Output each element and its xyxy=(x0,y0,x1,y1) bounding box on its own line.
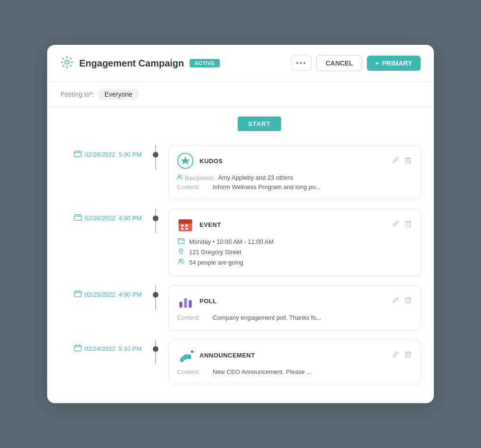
item-actions xyxy=(391,219,413,230)
svg-rect-7 xyxy=(406,158,411,163)
event-detail-value: Monday • 10:00 AM - 11:00 AM xyxy=(189,238,274,245)
timeline-row: 02/25/2022 4:00 PM POLL Content: Company… xyxy=(47,285,434,330)
timeline-line xyxy=(155,285,156,310)
svg-rect-34 xyxy=(74,291,81,297)
svg-rect-46 xyxy=(74,345,81,351)
item-title: POLL xyxy=(199,298,385,305)
main-card: Engagement Campaign ActivE ••• CANCEL + … xyxy=(47,45,434,403)
timeline-row: 02/26/2022 5:00 PM KUDOS Recipients: Amy… xyxy=(47,145,434,199)
date-value: 02/24/2022 xyxy=(85,345,116,352)
detail-value: New CEO Announcement. Please ... xyxy=(213,368,312,375)
announcement-icon xyxy=(177,347,194,364)
item-actions xyxy=(391,350,413,361)
item-detail: Content: Inform Wellness Program and lon… xyxy=(177,183,413,191)
svg-rect-29 xyxy=(178,239,184,244)
item-title: ANNOUNCEMENT xyxy=(199,352,385,359)
svg-rect-40 xyxy=(189,300,191,307)
header: Engagement Campaign ActivE ••• CANCEL + … xyxy=(47,45,434,82)
edit-button[interactable] xyxy=(391,350,400,361)
svg-point-33 xyxy=(182,259,183,261)
svg-rect-38 xyxy=(179,302,182,308)
location-icon xyxy=(177,248,185,256)
svg-rect-24 xyxy=(406,222,411,226)
timeline-dot xyxy=(153,346,158,352)
item-detail: Recipients: Amy Appleby and 23 others xyxy=(177,174,413,182)
gear-icon xyxy=(60,56,74,71)
item-card-header: EVENT xyxy=(177,216,413,233)
svg-point-31 xyxy=(180,249,182,251)
svg-rect-19 xyxy=(179,219,192,224)
date-value: 02/26/2022 xyxy=(85,215,116,222)
event-detail-value: 121 Gregory Street xyxy=(189,249,241,256)
card-column: EVENT Monday • 10:00 AM - 11:00 AM 121 G… xyxy=(160,209,434,276)
more-options-button[interactable]: ••• xyxy=(291,56,312,71)
svg-point-13 xyxy=(181,175,182,177)
detail-label: Content: xyxy=(177,183,210,191)
dot-column xyxy=(151,145,160,158)
start-button[interactable]: START xyxy=(238,116,281,131)
item-card-announcement: ANNOUNCEMENT Content: New CEO Announceme… xyxy=(169,340,421,384)
svg-rect-14 xyxy=(74,215,81,220)
cancel-button[interactable]: CANCEL xyxy=(316,55,362,71)
item-title: EVENT xyxy=(199,221,385,228)
delete-button[interactable] xyxy=(404,156,413,166)
timeline-area: START 02/26/2022 5:00 PM KUDOS R xyxy=(47,107,434,403)
time-column: 02/26/2022 4:00 PM xyxy=(47,209,151,223)
primary-button[interactable]: + PRIMARY xyxy=(367,56,421,71)
date-value: 02/26/2022 xyxy=(85,151,116,158)
edit-button[interactable] xyxy=(391,156,400,166)
detail-label: Recipients: xyxy=(177,174,215,182)
edit-button[interactable] xyxy=(391,296,400,307)
calendar-icon xyxy=(74,150,82,159)
timeline-row: 02/24/2022 5:10 PM ANNOUNCEMENT Content:… xyxy=(47,340,434,384)
event-detail-row: Monday • 10:00 AM - 11:00 AM xyxy=(177,238,413,246)
item-card-kudos: KUDOS Recipients: Amy Appleby and 23 oth… xyxy=(169,145,421,199)
svg-rect-41 xyxy=(406,299,411,303)
header-actions: ••• CANCEL + PRIMARY xyxy=(291,55,421,71)
time-value: 4:00 PM xyxy=(119,291,141,298)
recipients-icon xyxy=(177,174,183,182)
dot-column xyxy=(151,209,160,221)
time-column: 02/25/2022 4:00 PM xyxy=(47,285,151,299)
timeline-line xyxy=(155,145,156,170)
svg-rect-51 xyxy=(180,358,183,362)
time-value: 5:00 PM xyxy=(119,151,141,158)
card-column: KUDOS Recipients: Amy Appleby and 23 oth… xyxy=(160,145,434,199)
item-detail: Content: Company engagement poll. Thanks… xyxy=(177,314,413,321)
page-title: Engagement Campaign xyxy=(79,58,184,69)
time-column: 02/24/2022 5:10 PM xyxy=(47,340,151,353)
item-title: KUDOS xyxy=(199,158,385,165)
posting-row: Posting to*: Everyone xyxy=(47,82,434,107)
posting-chip[interactable]: Everyone xyxy=(98,89,139,100)
calendar-icon xyxy=(177,238,185,246)
edit-button[interactable] xyxy=(391,219,400,230)
dot-column xyxy=(151,285,160,298)
card-column: POLL Content: Company engagement poll. T… xyxy=(160,285,434,330)
event-detail-value: 54 people are going xyxy=(189,259,243,266)
svg-rect-39 xyxy=(184,299,187,308)
svg-marker-6 xyxy=(181,157,190,165)
svg-rect-23 xyxy=(185,228,188,230)
start-btn-wrap: START xyxy=(66,116,434,131)
detail-label: Content: xyxy=(177,314,210,321)
svg-point-32 xyxy=(179,259,182,262)
svg-rect-21 xyxy=(185,224,188,227)
item-detail: Content: New CEO Announcement. Please ..… xyxy=(177,368,413,375)
date-value: 02/25/2022 xyxy=(85,291,116,298)
svg-point-12 xyxy=(178,174,180,176)
detail-value: Amy Appleby and 23 others xyxy=(218,174,293,181)
active-badge: ActivE xyxy=(190,59,219,67)
posting-label: Posting to*: xyxy=(60,91,94,98)
delete-button[interactable] xyxy=(404,219,413,230)
time-value: 5:10 PM xyxy=(119,345,141,352)
event-icon xyxy=(177,216,194,233)
people-icon xyxy=(177,258,185,266)
svg-rect-22 xyxy=(181,228,183,230)
item-card-header: ANNOUNCEMENT xyxy=(177,347,413,364)
delete-button[interactable] xyxy=(404,350,413,361)
item-card-header: KUDOS xyxy=(177,152,413,169)
timeline-line xyxy=(155,340,156,364)
item-actions xyxy=(391,296,413,307)
delete-button[interactable] xyxy=(404,296,413,307)
svg-point-52 xyxy=(191,350,193,353)
